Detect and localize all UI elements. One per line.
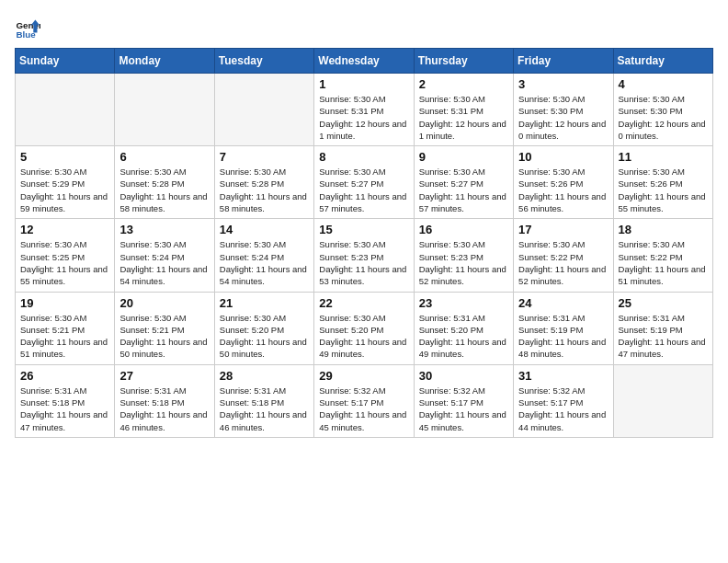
calendar-cell: 10Sunrise: 5:30 AMSunset: 5:26 PMDayligh… xyxy=(514,146,613,219)
cell-details: Sunrise: 5:30 AMSunset: 5:27 PMDaylight:… xyxy=(319,166,408,214)
cell-details: Sunrise: 5:30 AMSunset: 5:22 PMDaylight:… xyxy=(518,238,608,287)
day-number: 15 xyxy=(319,223,408,236)
calendar-week-4: 19Sunrise: 5:30 AMSunset: 5:21 PMDayligh… xyxy=(16,292,713,364)
day-number: 12 xyxy=(20,223,109,236)
cell-details: Sunrise: 5:31 AMSunset: 5:18 PMDaylight:… xyxy=(220,385,309,433)
day-number: 23 xyxy=(419,296,508,310)
day-number: 10 xyxy=(518,150,608,164)
day-number: 26 xyxy=(20,369,109,383)
calendar-cell: 19Sunrise: 5:30 AMSunset: 5:21 PMDayligh… xyxy=(16,292,115,364)
cell-details: Sunrise: 5:30 AMSunset: 5:28 PMDaylight:… xyxy=(119,166,209,214)
day-number: 7 xyxy=(220,150,309,164)
cell-details: Sunrise: 5:31 AMSunset: 5:20 PMDaylight:… xyxy=(419,312,508,361)
day-number: 24 xyxy=(518,296,608,310)
cell-details: Sunrise: 5:30 AMSunset: 5:20 PMDaylight:… xyxy=(319,312,408,361)
cell-details: Sunrise: 5:30 AMSunset: 5:30 PMDaylight:… xyxy=(619,93,708,142)
day-number: 8 xyxy=(319,150,408,164)
cell-details: Sunrise: 5:31 AMSunset: 5:19 PMDaylight:… xyxy=(518,312,608,361)
cell-details: Sunrise: 5:32 AMSunset: 5:17 PMDaylight:… xyxy=(319,385,408,433)
cell-details: Sunrise: 5:30 AMSunset: 5:23 PMDaylight:… xyxy=(419,238,508,287)
cell-details: Sunrise: 5:30 AMSunset: 5:26 PMDaylight:… xyxy=(518,166,608,214)
calendar-cell: 11Sunrise: 5:30 AMSunset: 5:26 PMDayligh… xyxy=(613,146,712,219)
cell-details: Sunrise: 5:30 AMSunset: 5:26 PMDaylight:… xyxy=(619,166,708,214)
calendar-cell: 30Sunrise: 5:32 AMSunset: 5:17 PMDayligh… xyxy=(414,364,513,437)
day-number: 18 xyxy=(619,223,708,236)
day-number: 22 xyxy=(319,296,408,310)
calendar-cell: 21Sunrise: 5:30 AMSunset: 5:20 PMDayligh… xyxy=(214,292,313,364)
day-number: 25 xyxy=(619,296,708,310)
day-number: 29 xyxy=(319,369,408,383)
calendar-cell: 3Sunrise: 5:30 AMSunset: 5:30 PMDaylight… xyxy=(514,74,613,146)
calendar-cell: 28Sunrise: 5:31 AMSunset: 5:18 PMDayligh… xyxy=(214,364,313,437)
calendar-cell: 8Sunrise: 5:30 AMSunset: 5:27 PMDaylight… xyxy=(314,146,414,219)
calendar-cell: 26Sunrise: 5:31 AMSunset: 5:18 PMDayligh… xyxy=(16,364,115,437)
cell-details: Sunrise: 5:30 AMSunset: 5:24 PMDaylight:… xyxy=(119,238,209,287)
calendar-week-5: 26Sunrise: 5:31 AMSunset: 5:18 PMDayligh… xyxy=(16,364,713,437)
calendar-cell xyxy=(214,74,313,146)
calendar-cell: 5Sunrise: 5:30 AMSunset: 5:29 PMDaylight… xyxy=(16,146,115,219)
calendar-cell xyxy=(16,74,115,146)
day-number: 21 xyxy=(220,296,309,310)
calendar-cell: 15Sunrise: 5:30 AMSunset: 5:23 PMDayligh… xyxy=(314,219,414,292)
cell-details: Sunrise: 5:32 AMSunset: 5:17 PMDaylight:… xyxy=(419,385,508,433)
cell-details: Sunrise: 5:30 AMSunset: 5:29 PMDaylight:… xyxy=(20,166,109,214)
logo-icon: General Blue xyxy=(15,15,40,40)
calendar-cell: 13Sunrise: 5:30 AMSunset: 5:24 PMDayligh… xyxy=(115,219,214,292)
cell-details: Sunrise: 5:30 AMSunset: 5:31 PMDaylight:… xyxy=(419,93,508,142)
cell-details: Sunrise: 5:31 AMSunset: 5:19 PMDaylight:… xyxy=(619,312,708,361)
calendar-cell: 1Sunrise: 5:30 AMSunset: 5:31 PMDaylight… xyxy=(314,74,414,146)
cell-details: Sunrise: 5:30 AMSunset: 5:30 PMDaylight:… xyxy=(518,93,608,142)
calendar-cell: 18Sunrise: 5:30 AMSunset: 5:22 PMDayligh… xyxy=(613,219,712,292)
day-number: 2 xyxy=(419,77,508,91)
day-number: 14 xyxy=(220,223,309,236)
calendar-cell: 25Sunrise: 5:31 AMSunset: 5:19 PMDayligh… xyxy=(613,292,712,364)
calendar-cell: 4Sunrise: 5:30 AMSunset: 5:30 PMDaylight… xyxy=(613,74,712,146)
day-number: 17 xyxy=(518,223,608,236)
page-header: General Blue xyxy=(15,15,713,40)
day-number: 4 xyxy=(619,77,708,91)
calendar-cell xyxy=(115,74,214,146)
calendar-cell: 2Sunrise: 5:30 AMSunset: 5:31 PMDaylight… xyxy=(414,74,513,146)
calendar-cell: 14Sunrise: 5:30 AMSunset: 5:24 PMDayligh… xyxy=(214,219,313,292)
logo: General Blue xyxy=(15,15,44,40)
cell-details: Sunrise: 5:30 AMSunset: 5:21 PMDaylight:… xyxy=(20,312,109,361)
cell-details: Sunrise: 5:31 AMSunset: 5:18 PMDaylight:… xyxy=(119,385,209,433)
cell-details: Sunrise: 5:30 AMSunset: 5:24 PMDaylight:… xyxy=(220,238,309,287)
header-saturday: Saturday xyxy=(613,49,712,74)
svg-text:Blue: Blue xyxy=(16,29,36,40)
calendar-cell: 31Sunrise: 5:32 AMSunset: 5:17 PMDayligh… xyxy=(514,364,613,437)
header-friday: Friday xyxy=(514,49,613,74)
cell-details: Sunrise: 5:30 AMSunset: 5:23 PMDaylight:… xyxy=(319,238,408,287)
cell-details: Sunrise: 5:31 AMSunset: 5:18 PMDaylight:… xyxy=(20,385,109,433)
header-monday: Monday xyxy=(115,49,214,74)
header-thursday: Thursday xyxy=(414,49,513,74)
day-number: 13 xyxy=(119,223,209,236)
calendar-cell: 16Sunrise: 5:30 AMSunset: 5:23 PMDayligh… xyxy=(414,219,513,292)
calendar-cell: 27Sunrise: 5:31 AMSunset: 5:18 PMDayligh… xyxy=(115,364,214,437)
calendar-cell xyxy=(613,364,712,437)
calendar-cell: 24Sunrise: 5:31 AMSunset: 5:19 PMDayligh… xyxy=(514,292,613,364)
day-number: 16 xyxy=(419,223,508,236)
day-number: 20 xyxy=(119,296,209,310)
cell-details: Sunrise: 5:32 AMSunset: 5:17 PMDaylight:… xyxy=(518,385,608,433)
day-number: 11 xyxy=(619,150,708,164)
calendar-week-3: 12Sunrise: 5:30 AMSunset: 5:25 PMDayligh… xyxy=(16,219,713,292)
day-number: 28 xyxy=(220,369,309,383)
header-sunday: Sunday xyxy=(16,49,115,74)
header-wednesday: Wednesday xyxy=(314,49,414,74)
day-number: 6 xyxy=(119,150,209,164)
calendar-week-1: 1Sunrise: 5:30 AMSunset: 5:31 PMDaylight… xyxy=(16,74,713,146)
calendar-cell: 7Sunrise: 5:30 AMSunset: 5:28 PMDaylight… xyxy=(214,146,313,219)
calendar-table: SundayMondayTuesdayWednesdayThursdayFrid… xyxy=(15,48,713,438)
calendar-cell: 23Sunrise: 5:31 AMSunset: 5:20 PMDayligh… xyxy=(414,292,513,364)
calendar-cell: 22Sunrise: 5:30 AMSunset: 5:20 PMDayligh… xyxy=(314,292,414,364)
cell-details: Sunrise: 5:30 AMSunset: 5:28 PMDaylight:… xyxy=(220,166,309,214)
day-number: 5 xyxy=(20,150,109,164)
cell-details: Sunrise: 5:30 AMSunset: 5:31 PMDaylight:… xyxy=(319,93,408,142)
day-number: 27 xyxy=(119,369,209,383)
day-number: 30 xyxy=(419,369,508,383)
day-number: 19 xyxy=(20,296,109,310)
header-tuesday: Tuesday xyxy=(214,49,313,74)
calendar-cell: 29Sunrise: 5:32 AMSunset: 5:17 PMDayligh… xyxy=(314,364,414,437)
day-number: 3 xyxy=(518,77,608,91)
